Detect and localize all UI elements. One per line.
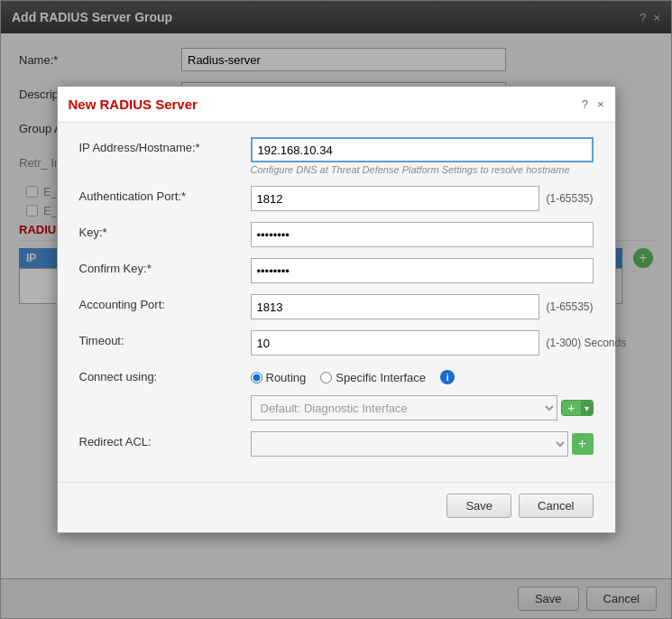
modal-ip-wrap: Configure DNS at Threat Defense Platform… [251,137,594,175]
modal-interface-spacer [79,395,251,399]
modal-interface-add-main[interactable]: + [562,401,580,415]
modal-interface-row: Default: Diagnostic Interface + ▾ [79,395,594,420]
modal-redirect-acl-select[interactable] [251,431,568,457]
modal-acct-port-label: Accounting Port: [79,294,251,311]
modal-routing-radio[interactable] [251,372,262,383]
modal-ip-label: IP Address/Hostname:* [79,137,251,154]
modal-specific-interface-radio[interactable] [320,372,332,383]
modal-interface-wrap: Default: Diagnostic Interface + ▾ [251,395,594,420]
modal-ip-input[interactable] [251,137,594,162]
modal-specific-interface-label: Specific Interface [336,371,426,384]
modal-acct-port-row: Accounting Port: (1-65535) [79,294,594,319]
modal-auth-port-label: Authentication Port:* [79,186,251,203]
modal-confirm-key-label: Confirm Key:* [79,258,251,275]
modal-key-wrap [251,222,594,247]
modal-dialog: New RADIUS Server ? × IP Address/Hostnam… [57,86,616,533]
modal-timeout-wrap: (1-300) Seconds [251,330,627,356]
modal-ip-hint: Configure DNS at Threat Defense Platform… [251,164,594,175]
modal-close-icon[interactable]: × [597,97,604,111]
modal-auth-port-row: Authentication Port:* (1-65535) [79,186,594,211]
modal-interface-add-split: + ▾ [561,400,593,416]
modal-timeout-label: Timeout: [79,330,251,347]
modal-interface-add-dropdown[interactable]: ▾ [581,401,593,415]
modal-timeout-input[interactable] [251,330,539,356]
modal-redirect-acl-add-button[interactable]: + [572,433,594,455]
modal-timeout-inline: (1-300) Seconds [251,330,627,356]
modal-interface-select[interactable]: Default: Diagnostic Interface [251,395,558,420]
modal-auth-port-inline: (1-65535) [251,186,594,211]
modal-confirm-key-wrap [251,258,594,283]
modal-titlebar: New RADIUS Server ? × [58,87,615,123]
modal-help-icon[interactable]: ? [582,97,588,111]
modal-body: IP Address/Hostname:* Configure DNS at T… [58,123,615,475]
modal-key-row: Key:* [79,222,594,247]
modal-specific-interface-option[interactable]: Specific Interface [320,371,426,384]
modal-save-button[interactable]: Save [446,494,511,518]
modal-footer: Save Cancel [58,482,615,532]
modal-acct-port-inline: (1-65535) [251,294,594,319]
modal-acct-port-hint: (1-65535) [547,300,594,313]
modal-acct-port-wrap: (1-65535) [251,294,594,319]
modal-overlay: New RADIUS Server ? × IP Address/Hostnam… [0,0,672,619]
modal-redirect-acl-dropdown-row: + [251,431,594,457]
modal-info-icon[interactable]: i [440,370,455,384]
modal-timeout-row: Timeout: (1-300) Seconds [79,330,594,356]
modal-confirm-key-row: Confirm Key:* [79,258,594,283]
modal-ip-row: IP Address/Hostname:* Configure DNS at T… [79,137,594,175]
modal-interface-dropdown-row: Default: Diagnostic Interface + ▾ [251,395,594,420]
modal-redirect-acl-row: Redirect ACL: + [79,431,594,457]
modal-title: New RADIUS Server [69,97,198,112]
modal-routing-option[interactable]: Routing [251,371,307,384]
modal-connect-wrap: Routing Specific Interface i [251,366,594,384]
modal-confirm-key-input[interactable] [251,258,594,283]
modal-auth-port-hint: (1-65535) [547,192,594,205]
modal-redirect-acl-wrap: + [251,431,594,457]
modal-controls: ? × [582,97,604,111]
modal-cancel-button[interactable]: Cancel [519,494,593,518]
modal-key-input[interactable] [251,222,594,247]
modal-acct-port-input[interactable] [251,294,539,319]
modal-timeout-hint: (1-300) Seconds [547,337,627,349]
modal-routing-label: Routing [266,371,307,384]
modal-auth-port-input[interactable] [251,186,539,211]
modal-key-label: Key:* [79,222,251,239]
modal-connect-radio-group: Routing Specific Interface i [251,366,594,384]
modal-redirect-acl-label: Redirect ACL: [79,431,251,448]
modal-connect-row: Connect using: Routing Specific Interfac… [79,366,594,384]
modal-auth-port-wrap: (1-65535) [251,186,594,211]
modal-connect-label: Connect using: [79,366,251,383]
